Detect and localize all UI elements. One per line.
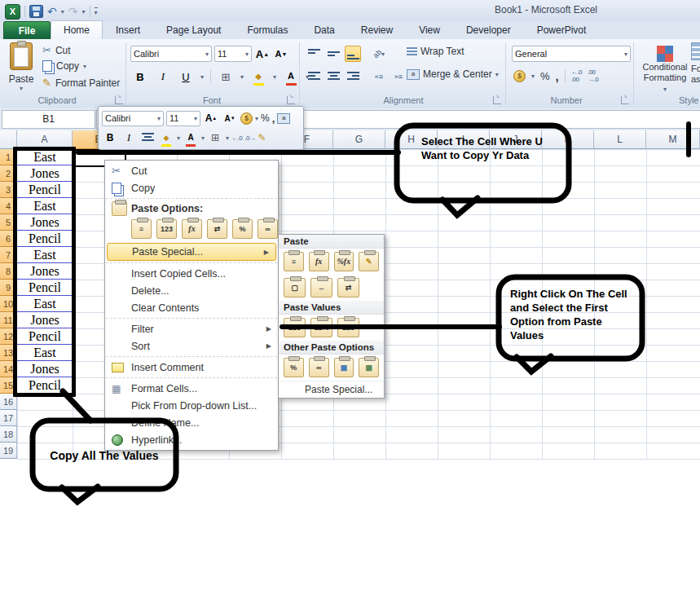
name-box[interactable]: B1 xyxy=(2,110,95,129)
mini-italic-button[interactable]: I xyxy=(121,130,137,146)
values-icon[interactable]: 123 xyxy=(284,318,306,337)
number-dialog-launcher-icon[interactable] xyxy=(621,96,629,104)
menu-item-sort[interactable]: Sort▶ xyxy=(105,337,278,355)
mini-fill-dropdown-icon[interactable]: ▾ xyxy=(177,134,180,142)
column-header-m[interactable]: M xyxy=(646,130,700,149)
align-center-button[interactable] xyxy=(325,68,341,85)
middle-align-button[interactable] xyxy=(325,46,341,62)
tab-file[interactable]: File xyxy=(3,21,51,40)
formatting-icon[interactable]: % xyxy=(284,358,304,377)
format-as-table-button[interactable]: Fo as T xyxy=(691,42,700,85)
menu-item-insert-comment[interactable]: Insert Comment xyxy=(105,359,278,376)
mini-font-color-dropdown-icon[interactable]: ▾ xyxy=(201,134,205,142)
copy-button[interactable]: Copy ▾ xyxy=(42,60,86,72)
orientation-button[interactable]: ab▾ xyxy=(371,46,387,62)
keep-source-formatting-icon[interactable]: ✎ xyxy=(359,252,379,271)
mini-font-color-button[interactable]: A xyxy=(183,130,199,146)
menu-item-paste-options[interactable]: Paste Options: xyxy=(105,200,278,217)
tab-view[interactable]: View xyxy=(406,20,453,40)
transpose-icon[interactable]: ⇄ xyxy=(337,278,359,297)
menu-item-filter[interactable]: Filter▶ xyxy=(105,320,278,337)
paste-link-icon[interactable]: ∞ xyxy=(309,358,329,377)
menu-item-cut[interactable]: ✂Cut xyxy=(105,162,278,179)
menu-item-paste-special[interactable]: Paste Special...▶ xyxy=(107,243,276,261)
linked-picture-icon[interactable]: ▩ xyxy=(359,358,379,377)
underline-dropdown-icon[interactable]: ▾ xyxy=(200,73,204,81)
align-right-button[interactable] xyxy=(345,68,361,85)
mini-shrink-font-button[interactable]: A▼ xyxy=(222,110,238,126)
mini-font-size-combo[interactable]: 11▾ xyxy=(166,111,200,126)
mini-bold-button[interactable]: B xyxy=(102,130,118,146)
mini-grow-font-button[interactable]: A▲ xyxy=(203,110,219,126)
increase-decimal-icon[interactable]: ←.0.00 xyxy=(571,68,582,83)
number-format-combo[interactable]: General▾ xyxy=(512,46,631,62)
menu-item-delete[interactable]: Delete... xyxy=(105,282,278,299)
tab-insert[interactable]: Insert xyxy=(103,20,153,40)
underline-button[interactable]: U xyxy=(178,68,194,85)
fill-color-dropdown-icon[interactable]: ▾ xyxy=(273,73,276,81)
tab-home[interactable]: Home xyxy=(51,20,103,40)
keep-source-column-widths-icon[interactable]: ↔ xyxy=(310,278,332,297)
submenu-item-paste-special[interactable]: Paste Special... xyxy=(279,381,384,398)
mini-increase-decimal-icon[interactable]: ←.0 xyxy=(231,134,242,142)
menu-item-insert-copied-cells[interactable]: Insert Copied Cells... xyxy=(105,265,278,282)
redo-icon[interactable]: ↷ xyxy=(68,6,78,17)
mini-font-family-combo[interactable]: Calibri▾ xyxy=(102,111,164,126)
bold-button[interactable]: B xyxy=(132,68,148,85)
italic-button[interactable]: I xyxy=(155,68,171,85)
accounting-format-icon[interactable]: $ xyxy=(513,70,526,82)
undo-dropdown-icon[interactable]: ▾ xyxy=(61,8,64,15)
merge-center-dropdown-icon[interactable]: ▾ xyxy=(495,71,499,78)
shrink-font-button[interactable]: A▼ xyxy=(273,46,289,62)
paste-icon[interactable]: ≡ xyxy=(284,252,304,271)
paste-formulas-icon[interactable]: fx xyxy=(182,219,202,239)
format-painter-button[interactable]: ✎ Format Painter xyxy=(42,77,120,89)
paste-icon[interactable]: ≡ xyxy=(131,219,152,239)
tab-developer[interactable]: Developer xyxy=(453,20,524,40)
save-icon[interactable] xyxy=(29,5,43,18)
paste-transpose-icon[interactable]: ⇄ xyxy=(207,219,227,239)
conditional-formatting-button[interactable]: Conditional Formatting ▾ xyxy=(642,42,688,95)
row-header-18[interactable]: 18 xyxy=(0,426,17,443)
paste-link-icon[interactable]: ∞ xyxy=(258,219,278,239)
borders-dropdown-icon[interactable]: ▾ xyxy=(240,73,244,81)
paste-formatting-icon[interactable]: % xyxy=(232,219,253,239)
decrease-decimal-icon[interactable]: .00→.0 xyxy=(588,68,598,83)
font-size-combo[interactable]: 11▾ xyxy=(214,46,252,62)
values-number-formatting-icon[interactable]: 12% xyxy=(310,318,332,337)
mini-center-button[interactable] xyxy=(139,130,156,146)
font-color-button[interactable]: A xyxy=(283,68,299,85)
alignment-dialog-launcher-icon[interactable] xyxy=(493,96,501,104)
mini-accounting-dropdown-icon[interactable]: ▾ xyxy=(255,115,258,122)
menu-item-pick-from-drop-down-list[interactable]: Pick From Drop-down List... xyxy=(105,397,278,414)
menu-item-hyperlink[interactable]: Hyperlink... xyxy=(105,431,278,448)
tab-review[interactable]: Review xyxy=(348,20,406,40)
mini-decrease-decimal-icon[interactable]: .0→ xyxy=(244,134,255,142)
decrease-indent-button[interactable]: «≡ xyxy=(371,68,387,85)
align-left-button[interactable] xyxy=(306,68,322,85)
picture-icon[interactable]: ▦ xyxy=(334,358,354,377)
values-source-formatting-icon[interactable]: 123 xyxy=(337,318,359,337)
row-header-19[interactable]: 19 xyxy=(0,443,17,459)
menu-item-format-cells[interactable]: ▦Format Cells... xyxy=(105,380,278,397)
copy-dropdown-icon[interactable]: ▾ xyxy=(83,63,86,70)
paste-button[interactable]: Paste ▾ xyxy=(4,42,38,92)
grow-font-button[interactable]: A▲ xyxy=(254,46,271,62)
borders-button[interactable]: ⊞ xyxy=(218,68,234,85)
formulas-number-formatting-icon[interactable]: %fx xyxy=(334,252,354,271)
paste-dropdown-icon[interactable]: ▾ xyxy=(4,85,38,92)
clipboard-dialog-launcher-icon[interactable] xyxy=(115,96,123,104)
increase-indent-button[interactable]: »≡ xyxy=(390,68,407,85)
paste-values-icon[interactable]: 123 xyxy=(156,219,177,239)
mini-merge-icon[interactable]: a xyxy=(277,113,290,124)
percent-style-button[interactable]: % xyxy=(540,70,550,82)
wrap-text-button[interactable]: Wrap Text xyxy=(407,46,464,57)
font-dialog-launcher-icon[interactable] xyxy=(287,96,295,104)
column-header-l[interactable]: L xyxy=(594,130,646,149)
font-family-combo[interactable]: Calibri▾ xyxy=(130,46,212,62)
mini-comma-button[interactable]: , xyxy=(272,112,275,125)
mini-borders-dropdown-icon[interactable]: ▾ xyxy=(226,134,229,142)
menu-item-copy[interactable]: Copy xyxy=(105,179,278,196)
no-borders-icon[interactable]: ▢ xyxy=(284,278,306,297)
mini-percent-button[interactable]: % xyxy=(261,112,270,124)
